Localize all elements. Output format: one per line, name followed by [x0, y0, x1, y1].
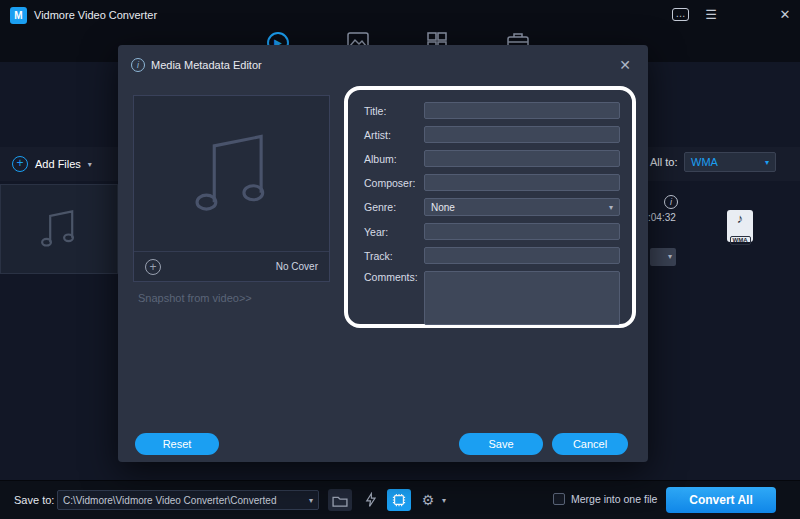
composer-field[interactable]	[424, 174, 620, 191]
folder-icon	[332, 494, 348, 507]
merge-option: Merge into one file	[553, 493, 657, 505]
app-window: M Vidmore Video Converter … ☰ ✕ ▶	[0, 0, 800, 519]
feedback-icon[interactable]: …	[672, 8, 689, 21]
form-row-comments: Comments:	[364, 271, 620, 325]
high-speed-toggle-button[interactable]	[358, 489, 382, 511]
title-label: Title:	[364, 105, 424, 117]
gpu-chip-icon	[392, 493, 406, 507]
convert-all-button[interactable]: Convert All	[666, 487, 776, 513]
form-row-genre: Genre: None ▾	[364, 198, 620, 216]
info-icon: i	[131, 58, 145, 72]
form-row-track: Track:	[364, 247, 620, 264]
format-thumbnail: ♪ WMA	[727, 210, 753, 242]
year-field[interactable]	[424, 223, 620, 240]
minimize-button[interactable]	[727, 6, 745, 24]
form-row-year: Year:	[364, 223, 620, 240]
cancel-button[interactable]: Cancel	[552, 433, 628, 455]
merge-label[interactable]: Merge into one file	[571, 493, 657, 505]
merge-checkbox[interactable]	[553, 493, 565, 505]
form-row-artist: Artist:	[364, 126, 620, 143]
comments-field[interactable]	[424, 271, 620, 325]
album-field[interactable]	[424, 150, 620, 167]
form-row-title: Title:	[364, 102, 620, 119]
metadata-form: Title: Artist: Album: Composer: Genre: N…	[344, 86, 636, 328]
dialog-header: i Media Metadata Editor ✕	[118, 45, 648, 83]
format-badge: WMA	[730, 236, 751, 245]
genre-select[interactable]: None ▾	[424, 198, 620, 216]
lightning-icon	[364, 492, 376, 508]
chevron-down-icon: ▾	[309, 496, 318, 505]
add-files-label: Add Files	[35, 158, 81, 170]
genre-value: None	[431, 202, 455, 213]
output-format-select[interactable]: WMA ▾	[684, 152, 776, 172]
add-cover-button[interactable]: +	[145, 259, 161, 275]
media-metadata-editor-dialog: i Media Metadata Editor ✕ + No Cover Sna…	[118, 45, 648, 462]
footer-bar: Save to: ▾ ⚙ ▾ Merge into one file	[0, 480, 800, 519]
gpu-acceleration-button[interactable]	[387, 489, 411, 511]
dialog-close-icon[interactable]: ✕	[616, 56, 634, 74]
year-label: Year:	[364, 226, 424, 238]
reset-button[interactable]: Reset	[135, 433, 219, 455]
clip-format-dropdown[interactable]: ▾	[650, 248, 676, 266]
artist-field[interactable]	[424, 126, 620, 143]
music-note-icon	[37, 205, 81, 253]
chevron-down-icon: ▾	[765, 158, 769, 167]
cover-bottom-bar: + No Cover	[134, 251, 329, 281]
maximize-button[interactable]	[752, 6, 770, 24]
dialog-title: Media Metadata Editor	[151, 59, 262, 71]
output-format-value: WMA	[691, 156, 718, 168]
close-button[interactable]: ✕	[776, 6, 794, 24]
info-icon[interactable]: i	[664, 195, 678, 209]
menu-icon[interactable]: ☰	[702, 6, 720, 24]
save-to-label: Save to:	[14, 494, 54, 506]
cover-art-panel: + No Cover	[133, 95, 330, 282]
snapshot-from-video-link[interactable]: Snapshot from video>>	[138, 292, 252, 304]
title-field[interactable]	[424, 102, 620, 119]
track-field[interactable]	[424, 247, 620, 264]
no-cover-label: No Cover	[276, 261, 318, 272]
app-logo-icon: M	[10, 7, 27, 24]
add-files-button[interactable]: + Add Files ▾	[12, 153, 92, 175]
app-title: Vidmore Video Converter	[34, 9, 157, 21]
artist-label: Artist:	[364, 129, 424, 141]
clip-duration: :04:32	[648, 212, 676, 223]
chevron-down-icon: ▾	[88, 160, 92, 169]
feedback-dots: …	[676, 8, 686, 19]
form-row-composer: Composer:	[364, 174, 620, 191]
genre-label: Genre:	[364, 201, 424, 213]
composer-label: Composer:	[364, 177, 424, 189]
save-path-select[interactable]: ▾	[57, 490, 319, 510]
music-note-icon	[186, 124, 280, 224]
save-button[interactable]: Save	[459, 433, 543, 455]
track-label: Track:	[364, 250, 424, 262]
comments-label: Comments:	[364, 271, 424, 283]
album-label: Album:	[364, 153, 424, 165]
file-list-item[interactable]	[0, 184, 118, 274]
plus-icon: +	[12, 156, 28, 172]
music-note-icon: ♪	[727, 210, 753, 228]
chevron-down-icon[interactable]: ▾	[442, 496, 446, 505]
all-to-label: All to:	[650, 156, 678, 168]
form-row-album: Album:	[364, 150, 620, 167]
settings-button[interactable]: ⚙	[416, 489, 440, 511]
chevron-down-icon: ▾	[609, 203, 613, 212]
save-path-input[interactable]	[58, 495, 309, 506]
open-folder-button[interactable]	[328, 489, 352, 511]
